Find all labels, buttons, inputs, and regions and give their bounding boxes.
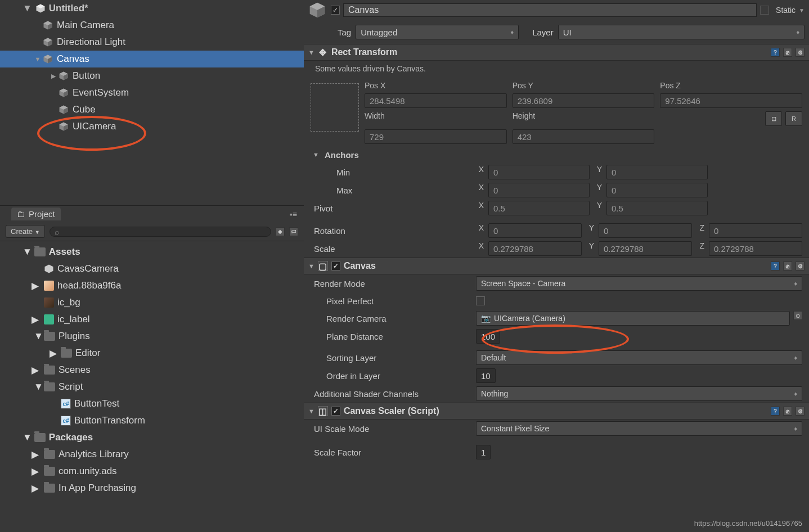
sx-field[interactable]: 0.2729788: [488, 241, 582, 256]
asset-item[interactable]: CavasCamera: [0, 260, 304, 277]
help-icon[interactable]: ?: [771, 262, 780, 270]
hierarchy-item[interactable]: EventSystem: [0, 84, 304, 101]
hierarchy-item[interactable]: Main Camera: [0, 17, 304, 34]
fold-icon[interactable]: ▼: [34, 381, 43, 393]
fold-icon[interactable]: ▶: [50, 348, 57, 359]
canvas-enabled-checkbox[interactable]: ✓: [331, 262, 340, 270]
asset-item[interactable]: ▼Script: [0, 378, 304, 395]
layer-dropdown[interactable]: UI♦: [558, 25, 804, 39]
fold-icon[interactable]: ▶: [32, 364, 39, 376]
fold-icon[interactable]: ▶: [32, 280, 39, 292]
fold-icon[interactable]: ▼: [308, 263, 314, 269]
sz-field[interactable]: 0.2729788: [709, 241, 802, 256]
hierarchy-item[interactable]: Directional Light: [0, 34, 304, 51]
miny-field[interactable]: 0: [606, 165, 708, 179]
maxy-field[interactable]: 0: [606, 183, 708, 197]
maxx-field[interactable]: 0: [488, 183, 590, 197]
sorting-layer-dropdown[interactable]: Default♦: [476, 350, 802, 365]
rect-transform-header[interactable]: ▼ ✥ Rect Transform ? ⎚ ⚙: [304, 44, 809, 61]
canvas-scaler-header[interactable]: ▼ ◫ ✓ Canvas Scaler (Script) ? ⎚ ⚙: [304, 403, 809, 420]
roty-field[interactable]: 0: [599, 223, 692, 238]
hierarchy-item[interactable]: ▶Button: [0, 67, 304, 84]
fold-icon[interactable]: ▶: [50, 73, 57, 80]
asset-item[interactable]: ic_bg: [0, 294, 304, 311]
asset-item[interactable]: c#ButtonTest: [0, 395, 304, 412]
rotx-field[interactable]: 0: [488, 223, 582, 238]
panel-menu-icon[interactable]: ▪≡: [290, 210, 297, 219]
asset-item[interactable]: ▶In App Purchasing: [0, 480, 304, 497]
gear-icon[interactable]: ⚙: [795, 262, 804, 270]
preset-icon[interactable]: ⎚: [783, 48, 792, 57]
scene-header[interactable]: ▼ Untitled*: [0, 0, 304, 17]
asset-item[interactable]: ▶Scenes: [0, 362, 304, 378]
scaler-enabled-checkbox[interactable]: ✓: [331, 407, 340, 416]
gear-icon[interactable]: ⚙: [795, 48, 804, 57]
asset-item[interactable]: ▶com.unity.ads: [0, 463, 304, 480]
hierarchy-item[interactable]: UICamera: [0, 118, 304, 135]
asset-item[interactable]: ▼Plugins: [0, 328, 304, 345]
asset-item[interactable]: c#ButtonTransform: [0, 412, 304, 429]
sy-field[interactable]: 0.2729788: [599, 241, 692, 256]
active-checkbox[interactable]: ✓: [331, 6, 340, 15]
hierarchy-item[interactable]: ▼Canvas: [0, 51, 304, 67]
pixel-perfect-checkbox[interactable]: [476, 296, 485, 305]
asset-item-label: Script: [59, 381, 83, 393]
fold-icon[interactable]: ▼: [23, 246, 32, 258]
posz-field[interactable]: 97.52646: [660, 93, 802, 108]
posy-field[interactable]: 239.6809: [513, 93, 655, 108]
posx-field[interactable]: 284.5498: [365, 93, 507, 108]
filter-icon[interactable]: ◆: [276, 227, 285, 236]
blueprint-icon[interactable]: ⊡: [765, 111, 782, 126]
fold-icon[interactable]: ▼: [34, 331, 43, 342]
fold-icon[interactable]: ▼: [34, 56, 42, 62]
tag-dropdown[interactable]: Untagged♦: [356, 25, 519, 39]
height-field[interactable]: 423: [513, 129, 655, 144]
gear-icon[interactable]: ⚙: [795, 407, 804, 416]
pivotx-field[interactable]: 0.5: [488, 201, 590, 215]
fold-icon[interactable]: ▶: [32, 466, 39, 477]
help-icon[interactable]: ?: [771, 48, 780, 57]
project-tab[interactable]: 🗀 Project: [11, 208, 61, 220]
asset-item[interactable]: ▶head.88ba9f6a: [0, 277, 304, 294]
additional-channels-dropdown[interactable]: Nothing♦: [476, 386, 802, 401]
tag-icon[interactable]: 🏷: [289, 227, 298, 236]
static-dropdown-icon[interactable]: ▼: [799, 7, 804, 13]
fold-icon[interactable]: ▼: [308, 408, 314, 414]
render-camera-field[interactable]: 📷UICamera (Camera): [476, 311, 790, 326]
fold-icon[interactable]: ▶: [32, 483, 39, 494]
hierarchy-item[interactable]: Cube: [0, 101, 304, 118]
width-field[interactable]: 729: [365, 129, 507, 144]
scale-factor-field[interactable]: 1: [476, 445, 491, 459]
rotz-field[interactable]: 0: [709, 223, 802, 238]
fold-icon[interactable]: ▼: [313, 151, 319, 158]
pivoty-field[interactable]: 0.5: [606, 201, 708, 215]
packages-root[interactable]: ▼Packages: [0, 429, 304, 446]
fold-icon[interactable]: ▼: [23, 432, 32, 443]
search-input[interactable]: ⌕: [50, 227, 271, 237]
fold-icon[interactable]: ▶: [32, 314, 39, 326]
create-button[interactable]: Create ▼: [6, 225, 45, 238]
min-label: Min: [311, 168, 474, 177]
fold-icon[interactable]: ▶: [32, 449, 39, 461]
static-checkbox[interactable]: [760, 6, 769, 15]
minx-field[interactable]: 0: [488, 165, 590, 179]
preset-icon[interactable]: ⎚: [783, 262, 792, 270]
canvas-component-header[interactable]: ▼ ▢ ✓ Canvas ? ⎚ ⚙: [304, 258, 809, 274]
plane-distance-field[interactable]: 100: [476, 329, 500, 344]
asset-item[interactable]: ▶ic_label: [0, 311, 304, 328]
asset-item-label: ButtonTest: [74, 398, 119, 409]
assets-root[interactable]: ▼Assets: [0, 244, 304, 260]
raw-icon[interactable]: R: [785, 111, 802, 126]
object-name-field[interactable]: Canvas: [343, 3, 757, 17]
object-picker-icon[interactable]: ⊙: [793, 311, 802, 320]
preset-icon[interactable]: ⎚: [783, 407, 792, 416]
help-icon[interactable]: ?: [771, 407, 780, 416]
scale-mode-dropdown[interactable]: Constant Pixel Size♦: [476, 421, 802, 436]
fold-icon[interactable]: ▼: [23, 3, 32, 14]
render-mode-dropdown[interactable]: Screen Space - Camera♦: [476, 276, 802, 291]
anchor-preset[interactable]: [311, 83, 359, 132]
asset-item[interactable]: ▶Analytics Library: [0, 446, 304, 463]
order-in-layer-field[interactable]: 10: [476, 368, 496, 383]
asset-item[interactable]: ▶Editor: [0, 345, 304, 362]
fold-icon[interactable]: ▼: [308, 49, 314, 56]
